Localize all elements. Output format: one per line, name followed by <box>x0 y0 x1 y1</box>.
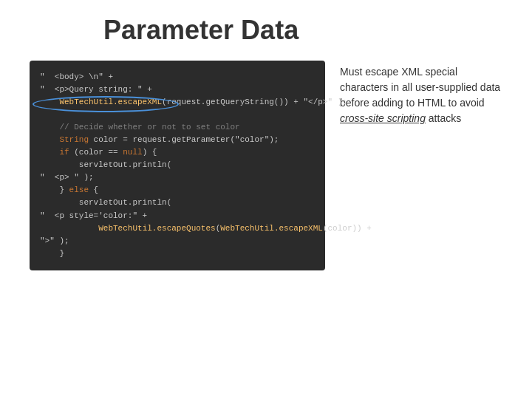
description-text: Must escape XML special characters in al… <box>340 64 502 126</box>
description-part2: attacks <box>426 112 461 124</box>
description-part1: Must escape XML special characters in al… <box>340 66 500 109</box>
code-block-wrapper: " <body> \n" + " <p>Query string: " + We… <box>30 61 325 270</box>
page-title: Parameter Data <box>30 15 502 46</box>
description-box: Must escape XML special characters in al… <box>340 61 502 270</box>
code-block: " <body> \n" + " <p>Query string: " + We… <box>30 61 325 270</box>
description-italic: cross-site scripting <box>340 112 426 124</box>
content-area: " <body> \n" + " <p>Query string: " + We… <box>30 61 502 270</box>
page-container: Parameter Data " <body> \n" + " <p>Query… <box>0 0 532 399</box>
